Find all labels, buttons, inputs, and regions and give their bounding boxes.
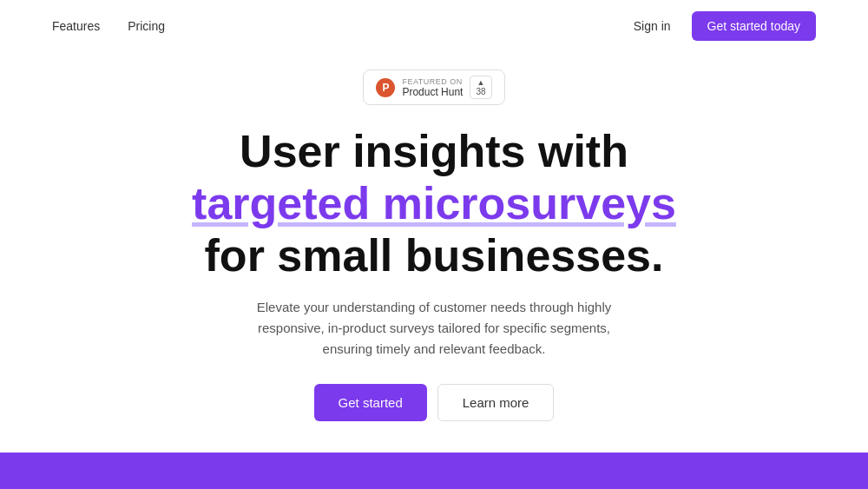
- hero-title-line1: User insights with: [240, 126, 628, 176]
- get-started-hero-button[interactable]: Get started: [314, 384, 427, 421]
- ph-name: Product Hunt: [402, 86, 463, 98]
- ph-arrow-icon: ▲: [477, 78, 485, 87]
- hero-title-line3: for small businesses.: [205, 230, 664, 281]
- nav-pricing[interactable]: Pricing: [128, 19, 165, 33]
- nav-right: Sign in Get started today: [634, 11, 816, 41]
- nav-links: Features Pricing: [52, 19, 165, 33]
- ph-featured-label: FEATURED ON: [402, 77, 463, 86]
- ph-vote-count: 38: [476, 87, 485, 96]
- hero-section: P FEATURED ON Product Hunt ▲ 38 User ins…: [0, 52, 868, 421]
- product-hunt-badge[interactable]: P FEATURED ON Product Hunt ▲ 38: [363, 69, 504, 105]
- hero-title-highlight: targeted microsurveys: [192, 178, 676, 228]
- hero-title: User insights with targeted microsurveys…: [192, 126, 676, 281]
- sign-in-link[interactable]: Sign in: [634, 19, 671, 33]
- hero-subtitle: Elevate your understanding of customer n…: [252, 297, 616, 360]
- navbar: Features Pricing Sign in Get started tod…: [0, 0, 868, 52]
- ph-badge-text: FEATURED ON Product Hunt: [402, 77, 463, 98]
- hero-buttons: Get started Learn more: [314, 384, 555, 421]
- ph-upvote-box[interactable]: ▲ 38: [470, 76, 491, 99]
- nav-features[interactable]: Features: [52, 19, 100, 33]
- product-hunt-icon: P: [376, 78, 395, 97]
- learn-more-button[interactable]: Learn more: [437, 384, 555, 421]
- get-started-nav-button[interactable]: Get started today: [692, 11, 816, 41]
- bottom-bar: [0, 453, 868, 489]
